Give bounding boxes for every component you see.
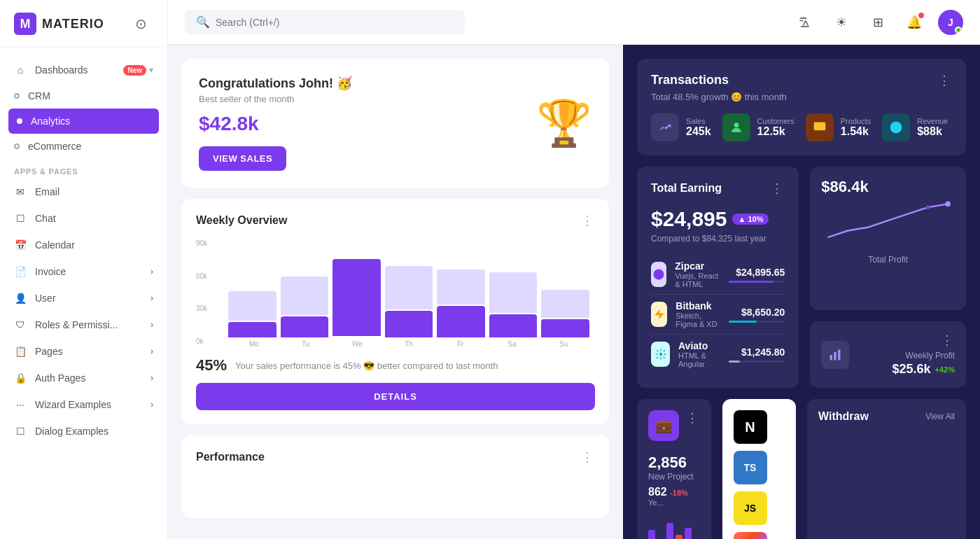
weekly-profit-icon-area	[821, 341, 849, 369]
transactions-subtitle: Total 48.5% growth 😊 this month	[651, 92, 787, 102]
zipcar-name: Zipcar	[675, 260, 720, 272]
y-label-30k: 30k	[196, 304, 217, 312]
project-year-label: Ye...	[648, 498, 700, 507]
withdraw-view-all[interactable]: View All	[925, 412, 955, 421]
earning-profit-row: Total Earning ⋮ $24,895 ▲ 10% Compared t…	[637, 167, 966, 388]
auth-icon: 🔒	[14, 372, 27, 384]
chat-icon: ☐	[14, 212, 27, 225]
y-label-60k: 60k	[196, 272, 217, 280]
roles-icon: 🛡	[14, 318, 27, 331]
new-project-label: New Project	[648, 472, 700, 482]
email-label: Email	[35, 186, 59, 197]
bar-tu	[281, 276, 329, 337]
tech-logos-card: N TS JS	[722, 399, 797, 539]
sidebar-item-dashboards[interactable]: ⌂ Dashboards New ▾	[0, 57, 167, 83]
bar-tu-light	[281, 276, 329, 315]
zipcar-sub: Vuejs, React & HTML	[675, 272, 720, 288]
translate-icon[interactable]	[792, 10, 818, 35]
notification-icon[interactable]: 🔔	[902, 10, 927, 35]
profit-line-chart	[821, 196, 955, 252]
withdraw-title: Withdraw	[818, 410, 869, 423]
sidebar: M MATERIO ⊙ ⌂ Dashboards New ▾ CRM Analy…	[0, 0, 168, 539]
svg-point-8	[926, 205, 930, 209]
bitbank-value: $8,650.20	[729, 307, 785, 318]
search-bar[interactable]: 🔍	[185, 10, 465, 34]
bar-we-dark	[332, 259, 381, 336]
roles-label: Roles & Permissi...	[35, 319, 118, 330]
search-icon: 🔍	[196, 15, 210, 29]
bar-su	[541, 290, 589, 337]
sidebar-item-user[interactable]: 👤 User ›	[0, 285, 167, 312]
bar-sa	[489, 272, 538, 337]
chevron-down-icon: ▾	[149, 65, 153, 76]
new-project-header: 💼 ⋮	[648, 410, 700, 448]
zipcar-progress-bar	[729, 281, 785, 283]
project-tech-pair: 💼 ⋮ 2,856 New Project 862 -18% Ye...	[637, 399, 796, 539]
brightness-icon[interactable]: ☀	[829, 10, 854, 35]
customers-icon	[722, 113, 750, 141]
details-button[interactable]: DETAILS	[196, 383, 595, 410]
aviato-progress-bar	[729, 360, 785, 363]
calendar-icon: 📅	[14, 239, 27, 251]
transactions-card: Transactions Total 48.5% growth 😊 this m…	[637, 59, 966, 155]
sidebar-item-dialog[interactable]: ☐ Dialog Examples	[0, 418, 167, 444]
profit-value-display: $86.4k	[821, 178, 955, 196]
sidebar-item-ecommerce[interactable]: eCommerce	[0, 134, 167, 159]
project-sub-row: 862 -18%	[648, 486, 700, 498]
performance-menu-button[interactable]: ⋮	[581, 449, 595, 465]
earning-title: Total Earning	[651, 182, 722, 195]
sidebar-item-invoice[interactable]: 📄 Invoice ›	[0, 258, 167, 285]
sidebar-item-wizard[interactable]: ··· Wizard Examples ›	[0, 391, 167, 418]
dialog-label: Dialog Examples	[35, 426, 108, 437]
sidebar-item-analytics[interactable]: Analytics	[8, 108, 159, 134]
new-project-card: 💼 ⋮ 2,856 New Project 862 -18% Ye...	[637, 399, 711, 539]
bitbank-sub: Sketch, Figma & XD	[676, 312, 720, 328]
total-profit-label: Total Profit	[821, 255, 955, 265]
products-icon	[806, 113, 834, 141]
chevron-right-icon: ›	[150, 320, 153, 330]
grid-icon[interactable]: ⊞	[865, 10, 890, 35]
aviato-sub: HTML & Angular	[678, 351, 720, 368]
record-icon[interactable]: ⊙	[128, 11, 153, 36]
crm-dot-icon	[14, 93, 20, 99]
stat-products: Products 1.54k	[806, 113, 871, 141]
label-sa: Sa	[486, 340, 538, 348]
pages-label: Pages	[35, 346, 63, 357]
js-logo: JS	[734, 491, 767, 525]
bar-tu-dark	[281, 316, 329, 337]
earning-menu-button[interactable]: ⋮	[771, 181, 785, 196]
user-icon: 👤	[14, 292, 27, 304]
y-label-0k: 0k	[196, 337, 217, 345]
profit-column: $86.4k Total Profit	[810, 167, 966, 388]
smile-emoji: 😊	[731, 92, 742, 102]
bitbank-amount-right: $8,650.20	[729, 307, 785, 323]
svg-rect-11	[839, 349, 841, 360]
sidebar-item-email[interactable]: ✉ Email	[0, 178, 167, 205]
bar-th	[385, 266, 433, 337]
products-value: 1.54k	[841, 125, 871, 138]
project-menu-button[interactable]: ⋮	[686, 410, 700, 426]
sidebar-item-pages[interactable]: 📋 Pages ›	[0, 338, 167, 365]
trophy-icon: 🏆	[536, 97, 592, 150]
weekly-profit-dots[interactable]: ⋮	[892, 332, 955, 348]
sidebar-item-roles[interactable]: 🛡 Roles & Permissi... ›	[0, 312, 167, 338]
transactions-menu-button[interactable]: ⋮	[938, 73, 952, 88]
search-input[interactable]	[216, 17, 454, 28]
products-stat-text: Products 1.54k	[841, 117, 871, 138]
zipcar-text: Zipcar Vuejs, React & HTML	[675, 260, 720, 288]
weekly-menu-button[interactable]: ⋮	[581, 213, 595, 228]
avatar-initials: J	[948, 17, 953, 28]
dialog-icon: ☐	[14, 425, 27, 438]
performance-title: Performance	[196, 451, 265, 463]
avatar[interactable]: J	[938, 10, 963, 35]
view-sales-button[interactable]: VIEW SALES	[199, 146, 286, 171]
sidebar-item-chat[interactable]: ☐ Chat	[0, 205, 167, 232]
sidebar-item-crm[interactable]: CRM	[0, 83, 167, 108]
aviato-name: Aviato	[678, 340, 720, 351]
weekly-header: Weekly Overview ⋮	[196, 213, 595, 228]
sidebar-item-calendar[interactable]: 📅 Calendar	[0, 232, 167, 258]
withdraw-card: Withdraw View All	[807, 399, 966, 539]
sidebar-item-auth[interactable]: 🔒 Auth Pages ›	[0, 365, 167, 391]
dashboards-label: Dashboards	[35, 64, 88, 76]
new-badge: New	[123, 65, 146, 76]
